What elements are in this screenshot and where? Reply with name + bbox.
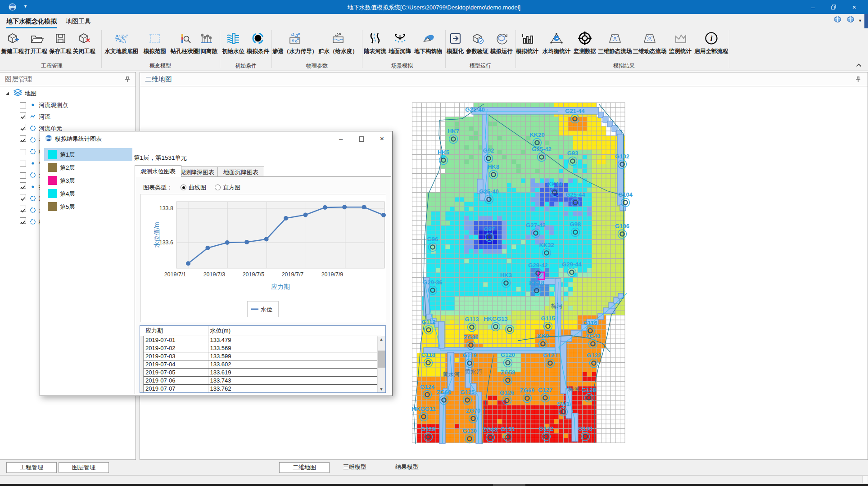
svg-text:G113: G113 [465,316,479,323]
svg-text:G115: G115 [541,315,555,322]
svg-text:2019/7/7: 2019/7/7 [282,271,304,278]
svg-text:梅河: 梅河 [568,386,580,392]
svg-text:HK5: HK5 [438,149,449,156]
svg-text:梅河: 梅河 [551,303,563,309]
svg-text:G93: G93 [567,150,579,157]
svg-text:HK8: HK8 [488,163,499,170]
svg-text:G25-44: G25-44 [565,191,585,198]
svg-text:G125: G125 [460,389,475,396]
svg-text:G112: G112 [421,319,435,325]
svg-text:KK9: KK9 [537,333,549,339]
svg-text:G102: G102 [615,153,629,160]
svg-text:G126: G126 [500,389,514,396]
svg-text:G121: G121 [543,352,557,359]
svg-text:黄水河: 黄水河 [443,371,460,378]
svg-text:HK7: HK7 [448,128,459,135]
svg-text:G25-40: G25-40 [479,188,498,195]
svg-text:G21-44: G21-44 [565,108,585,114]
svg-text:2019/7/9: 2019/7/9 [321,271,344,278]
svg-text:KK19: KK19 [547,181,562,188]
svg-text:G104: G104 [618,191,633,198]
svg-text:G21-40: G21-40 [465,106,484,113]
svg-text:2019/7/5: 2019/7/5 [243,271,265,278]
svg-text:G128: G128 [582,387,596,393]
svg-text:G92: G92 [483,147,494,154]
svg-text:ZG66: ZG66 [437,389,452,396]
svg-text:G97: G97 [484,226,495,233]
svg-text:HKGG11: HKGG11 [412,405,436,412]
svg-text:133.6: 133.6 [159,239,173,246]
svg-text:G29-42: G29-42 [528,262,547,269]
svg-text:G133: G133 [578,425,592,432]
svg-text:KK20: KK20 [529,131,544,138]
svg-text:G131: G131 [501,426,515,432]
svg-text:G124: G124 [420,383,435,390]
svg-text:水位: 水位 [261,306,272,313]
svg-text:G27-42: G27-42 [526,222,545,229]
svg-text:HK3: HK3 [500,272,512,279]
svg-text:HKGG13: HKGG13 [484,315,507,322]
svg-text:G29-44: G29-44 [562,261,582,268]
svg-text:G29-36: G29-36 [423,279,442,286]
svg-text:ZG69: ZG69 [520,387,535,394]
svg-text:KK18: KK18 [529,279,544,286]
svg-text:水位值/m: 水位值/m [153,222,160,248]
svg-text:G98: G98 [570,221,581,228]
svg-text:ZG70: ZG70 [466,407,481,414]
svg-text:G127: G127 [538,387,552,393]
svg-text:G118: G118 [421,351,435,358]
svg-text:G132: G132 [539,425,553,432]
svg-text:G120: G120 [501,351,515,358]
svg-text:i: i [710,34,713,43]
svg-text:KK32: KK32 [539,242,554,248]
svg-text:ZG88: ZG88 [483,426,498,433]
svg-text:应力期: 应力期 [271,283,290,290]
svg-text:2019/7/1: 2019/7/1 [164,271,186,278]
svg-text:G106: G106 [615,223,629,230]
svg-text:G25-42: G25-42 [532,146,551,153]
svg-text:ZG43: ZG43 [586,333,601,339]
svg-text:133.8: 133.8 [159,205,173,212]
svg-text:G130: G130 [462,428,477,434]
svg-text:G96: G96 [427,236,439,243]
svg-text:G129: G129 [421,426,435,432]
svg-text:G122: G122 [587,352,601,359]
svg-text:ZG58: ZG58 [501,369,515,376]
svg-text:ZG36: ZG36 [464,334,479,341]
svg-text:G116: G116 [583,320,597,326]
svg-text:SW1: SW1 [557,400,570,407]
svg-text:2019/7/3: 2019/7/3 [203,271,226,278]
svg-text:G119: G119 [462,352,476,359]
svg-text:黄水河: 黄水河 [465,369,482,375]
